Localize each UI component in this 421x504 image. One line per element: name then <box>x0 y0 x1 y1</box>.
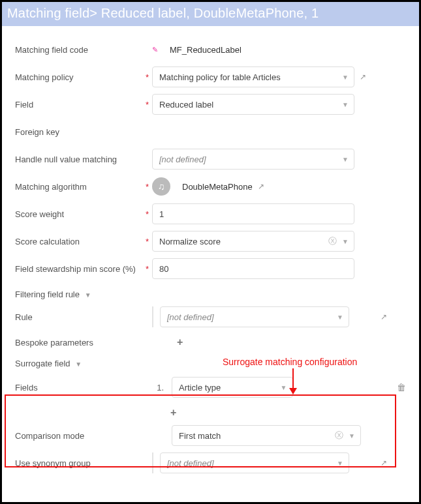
null-select[interactable]: [not defined] ▼ <box>152 149 354 170</box>
open-link-icon[interactable]: ↗ <box>360 72 366 82</box>
chevron-down-icon: ▼ <box>337 314 343 321</box>
open-link-icon[interactable]: ↗ <box>381 458 387 467</box>
minscore-input[interactable]: 80 <box>152 258 354 279</box>
code-value: MF_ReducedLabel <box>170 45 242 55</box>
required-marker: * <box>146 182 152 192</box>
label-calc: Score calculation <box>15 237 146 246</box>
required-marker: * <box>146 237 152 246</box>
label-policy: Matching policy <box>15 72 146 82</box>
calc-select[interactable]: Normalize score ⓧ ▼ <box>152 231 354 252</box>
add-field-button[interactable]: + <box>168 407 176 419</box>
chevron-down-icon: ▼ <box>342 74 349 81</box>
page-title: Matching field> Reduced label, DoubleMet… <box>2 2 419 26</box>
chevron-down-icon: ▼ <box>337 460 343 467</box>
label-algorithm: Matching algorithm <box>15 182 146 192</box>
required-marker: * <box>146 264 152 274</box>
chevron-down-icon: ▼ <box>342 238 349 245</box>
annotation-arrow-icon <box>287 368 300 396</box>
label-rule: Rule <box>15 312 146 322</box>
label-bespoke: Bespoke parameters <box>15 338 146 348</box>
label-weight: Score weight <box>15 209 146 219</box>
label-comparison: Comparison mode <box>15 431 146 441</box>
field-index: 1. <box>152 383 164 393</box>
headphones-icon: ♫ <box>152 177 170 196</box>
chevron-down-icon: ▼ <box>281 384 287 391</box>
chevron-down-icon: ▼ <box>75 361 82 368</box>
chevron-down-icon: ▼ <box>342 156 349 163</box>
label-filter-rule[interactable]: Filtering field rule ▼ <box>15 289 146 299</box>
field-select[interactable]: Reduced label ▼ <box>152 94 354 115</box>
clear-icon[interactable]: ⓧ <box>328 235 337 247</box>
synonym-select[interactable]: [not defined] ▼ <box>160 452 349 473</box>
required-marker: * <box>146 100 152 110</box>
comparison-select[interactable]: First match ⓧ ▼ <box>172 425 361 446</box>
label-code: Matching field code <box>15 45 146 55</box>
required-marker: * <box>146 72 152 82</box>
label-null: Handle null value matching <box>15 155 146 164</box>
open-link-icon[interactable]: ↗ <box>258 182 264 191</box>
algorithm-value: DoubleMetaPhone <box>182 182 253 192</box>
label-minscore: Field stewardship min score (%) <box>15 264 146 274</box>
annotation-label: Surrogate matching configuration <box>223 357 357 367</box>
chevron-down-icon: ▼ <box>85 291 91 299</box>
chevron-down-icon: ▼ <box>349 432 355 439</box>
label-fields: Fields <box>15 383 146 393</box>
delete-field-button[interactable]: 🗑 <box>397 382 406 393</box>
clear-icon[interactable]: ⓧ <box>335 430 343 441</box>
add-bespoke-button[interactable]: + <box>174 336 183 348</box>
open-link-icon[interactable]: ↗ <box>381 312 387 321</box>
label-surrogate[interactable]: Surrogate field ▼ <box>15 359 146 368</box>
required-marker: * <box>146 209 152 219</box>
chevron-down-icon: ▼ <box>342 101 349 108</box>
label-foreign-key: Foreign key <box>15 127 146 137</box>
weight-input[interactable]: 1 <box>152 203 354 224</box>
key-icon: ✎ <box>152 46 158 54</box>
rule-select[interactable]: [not defined] ▼ <box>160 306 349 327</box>
fields-select[interactable]: Article type ▼ <box>172 377 293 398</box>
label-field: Field <box>15 100 146 110</box>
policy-select[interactable]: Matching policy for table Articles ▼ <box>152 67 354 87</box>
label-synonym: Use synonym group <box>15 458 146 468</box>
svg-marker-1 <box>289 388 297 394</box>
